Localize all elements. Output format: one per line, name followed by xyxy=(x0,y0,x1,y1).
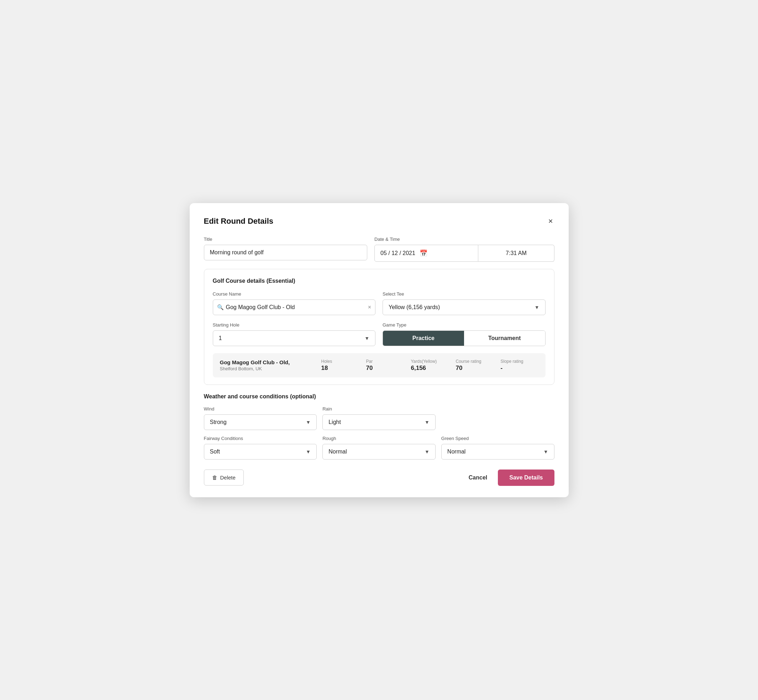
fairway-group: Fairway Conditions Soft ▼ xyxy=(204,436,317,459)
course-info-location: Shelford Bottom, UK xyxy=(220,366,314,371)
fairway-dropdown[interactable]: Soft ▼ xyxy=(204,444,317,459)
select-tee-label: Select Tee xyxy=(382,291,545,297)
date-time-container: 05 / 12 / 2021 📅 7:31 AM xyxy=(374,245,554,262)
chevron-down-icon: ▼ xyxy=(365,336,370,341)
course-info-name-block: Gog Magog Golf Club - Old, Shelford Bott… xyxy=(220,359,314,371)
slope-rating-stat: Slope rating - xyxy=(493,359,539,372)
rain-dropdown[interactable]: Light ▼ xyxy=(323,414,435,430)
course-rating-value: 70 xyxy=(456,364,463,372)
calendar-icon: 📅 xyxy=(420,249,428,257)
yards-stat: Yards(Yellow) 6,156 xyxy=(404,359,449,372)
green-speed-label: Green Speed xyxy=(441,436,554,441)
holes-stat: Holes 18 xyxy=(314,359,359,372)
weather-section-title: Weather and course conditions (optional) xyxy=(204,394,554,400)
wind-value: Strong xyxy=(210,419,227,425)
search-icon: 🔍 xyxy=(217,304,224,311)
footer-right: Cancel Save Details xyxy=(465,470,554,486)
edit-round-modal: Edit Round Details × Title Date & Time 0… xyxy=(190,203,568,497)
course-name-label: Course Name xyxy=(213,291,376,297)
chevron-down-icon: ▼ xyxy=(424,449,429,455)
date-field[interactable]: 05 / 12 / 2021 📅 xyxy=(374,245,478,262)
trash-icon: 🗑 xyxy=(212,475,218,481)
starting-hole-label: Starting Hole xyxy=(213,322,376,328)
rain-label: Rain xyxy=(323,406,435,411)
starting-hole-value: 1 xyxy=(219,335,222,341)
starting-hole-dropdown[interactable]: 1 ▼ xyxy=(213,330,376,346)
select-tee-dropdown[interactable]: Yellow (6,156 yards) ▼ xyxy=(382,300,545,315)
yards-label: Yards(Yellow) xyxy=(411,359,437,364)
fairway-rough-green-row: Fairway Conditions Soft ▼ Rough Normal ▼… xyxy=(204,436,554,459)
starting-hole-group: Starting Hole 1 ▼ xyxy=(213,322,376,346)
practice-button[interactable]: Practice xyxy=(383,331,464,346)
tournament-button[interactable]: Tournament xyxy=(464,331,545,346)
date-value: 05 / 12 / 2021 xyxy=(381,250,415,256)
chevron-down-icon: ▼ xyxy=(424,419,429,425)
course-info-name: Gog Magog Golf Club - Old, xyxy=(220,359,314,365)
green-speed-dropdown[interactable]: Normal ▼ xyxy=(441,444,554,459)
modal-header: Edit Round Details × xyxy=(204,216,554,227)
title-input[interactable] xyxy=(204,245,368,260)
datetime-label: Date & Time xyxy=(374,236,554,242)
close-button[interactable]: × xyxy=(547,216,554,227)
title-datetime-row: Title Date & Time 05 / 12 / 2021 📅 7:31 … xyxy=(204,236,554,262)
datetime-group: Date & Time 05 / 12 / 2021 📅 7:31 AM xyxy=(374,236,554,262)
clear-icon[interactable]: × xyxy=(368,304,371,311)
par-stat: Par 70 xyxy=(359,359,404,372)
time-value: 7:31 AM xyxy=(506,250,527,256)
chevron-down-icon: ▼ xyxy=(306,419,311,425)
chevron-down-icon: ▼ xyxy=(543,449,548,455)
modal-title: Edit Round Details xyxy=(204,217,274,226)
delete-label: Delete xyxy=(220,475,236,481)
game-type-label: Game Type xyxy=(382,322,545,328)
footer-row: 🗑 Delete Cancel Save Details xyxy=(204,470,554,486)
rough-dropdown[interactable]: Normal ▼ xyxy=(323,444,435,459)
par-value: 70 xyxy=(366,364,373,372)
weather-section: Weather and course conditions (optional)… xyxy=(204,394,554,459)
delete-button[interactable]: 🗑 Delete xyxy=(204,470,244,486)
holes-label: Holes xyxy=(321,359,332,364)
spacer xyxy=(441,406,554,430)
slope-rating-label: Slope rating xyxy=(501,359,523,364)
hole-gametype-row: Starting Hole 1 ▼ Game Type Practice Tou… xyxy=(213,322,545,346)
cancel-button[interactable]: Cancel xyxy=(465,470,491,486)
save-button[interactable]: Save Details xyxy=(498,470,554,486)
game-type-group: Game Type Practice Tournament xyxy=(382,322,545,346)
golf-course-section: Golf Course details (Essential) Course N… xyxy=(204,269,554,385)
fairway-label: Fairway Conditions xyxy=(204,436,317,441)
title-group: Title xyxy=(204,236,368,260)
rain-value: Light xyxy=(329,419,341,425)
game-type-toggle: Practice Tournament xyxy=(382,330,545,346)
yards-value: 6,156 xyxy=(411,364,426,372)
time-field[interactable]: 7:31 AM xyxy=(478,245,554,262)
fairway-value: Soft xyxy=(210,448,220,455)
course-rating-label: Course rating xyxy=(456,359,481,364)
title-label: Title xyxy=(204,236,368,242)
course-search-wrap: 🔍 × xyxy=(213,300,376,315)
par-label: Par xyxy=(366,359,373,364)
wind-group: Wind Strong ▼ xyxy=(204,406,317,430)
rain-group: Rain Light ▼ xyxy=(323,406,435,430)
rough-value: Normal xyxy=(329,448,347,455)
course-name-group: Course Name 🔍 × xyxy=(213,291,376,315)
holes-value: 18 xyxy=(321,364,328,372)
course-rating-stat: Course rating 70 xyxy=(449,359,493,372)
select-tee-group: Select Tee Yellow (6,156 yards) ▼ xyxy=(382,291,545,315)
wind-dropdown[interactable]: Strong ▼ xyxy=(204,414,317,430)
course-tee-row: Course Name 🔍 × Select Tee Yellow (6,156… xyxy=(213,291,545,315)
golf-section-title: Golf Course details (Essential) xyxy=(213,278,545,284)
chevron-down-icon: ▼ xyxy=(534,305,539,310)
course-name-input[interactable] xyxy=(213,300,376,315)
course-info-card: Gog Magog Golf Club - Old, Shelford Bott… xyxy=(213,353,545,377)
green-speed-value: Normal xyxy=(447,448,466,455)
slope-rating-value: - xyxy=(501,364,503,372)
rough-group: Rough Normal ▼ xyxy=(323,436,435,459)
wind-rain-row: Wind Strong ▼ Rain Light ▼ xyxy=(204,406,554,430)
wind-label: Wind xyxy=(204,406,317,411)
green-speed-group: Green Speed Normal ▼ xyxy=(441,436,554,459)
rough-label: Rough xyxy=(323,436,435,441)
chevron-down-icon: ▼ xyxy=(306,449,311,455)
select-tee-value: Yellow (6,156 yards) xyxy=(388,304,440,311)
